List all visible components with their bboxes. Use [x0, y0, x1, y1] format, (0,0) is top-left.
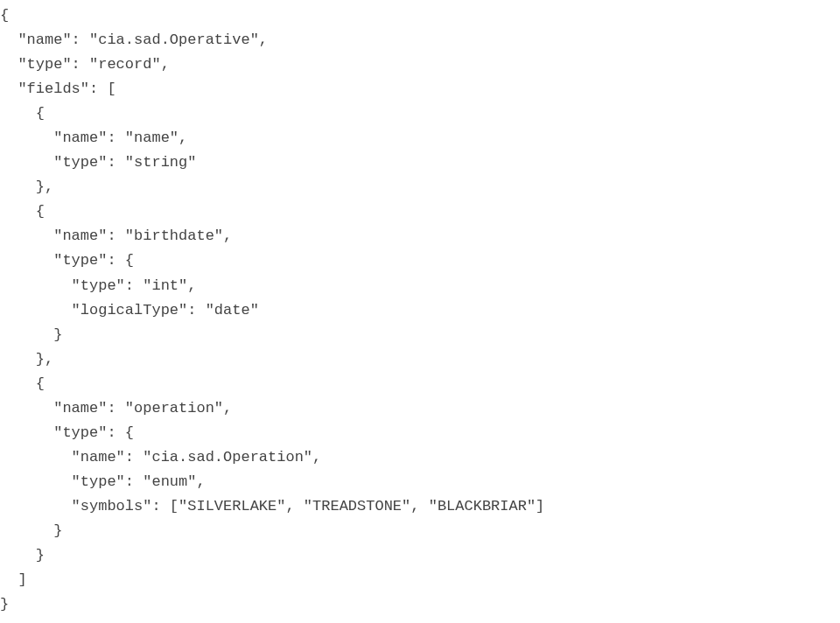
- code-block: { "name": "cia.sad.Operative", "type": "…: [0, 0, 840, 617]
